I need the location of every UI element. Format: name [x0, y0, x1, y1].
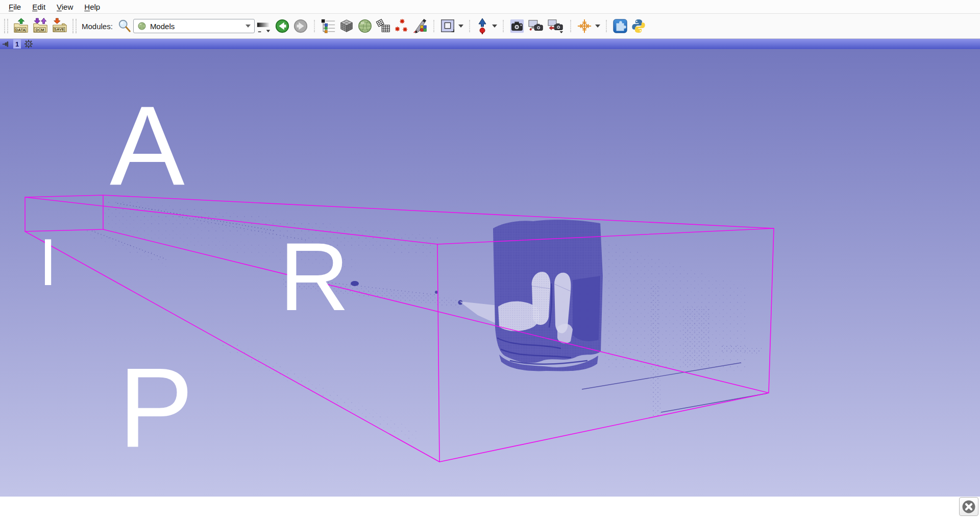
layout-dropdown-icon[interactable]: [458, 25, 463, 28]
python-icon: [631, 18, 646, 34]
subject-hierarchy-button[interactable]: [320, 18, 336, 34]
markups-icon: [394, 18, 409, 34]
save-button[interactable]: SAVE: [51, 17, 68, 35]
module-history-icon: [256, 18, 272, 34]
segment-editor-button[interactable]: [412, 18, 428, 34]
mouse-mode-dropdown-icon[interactable]: [492, 25, 497, 28]
svg-text:DCM: DCM: [35, 28, 44, 32]
menu-edit[interactable]: Edit: [27, 1, 51, 13]
back-arrow-icon: [275, 18, 290, 34]
module-selector-value: Models: [150, 22, 175, 31]
menu-help[interactable]: Help: [79, 1, 106, 13]
module-search-button[interactable]: [117, 18, 132, 34]
load-data-icon: DATA: [13, 18, 29, 34]
layout-button[interactable]: [439, 18, 456, 34]
screenshot-camera-icon: [509, 18, 525, 34]
subject-hierarchy-icon: [321, 18, 336, 34]
python-console-button[interactable]: [630, 18, 647, 34]
module-selector[interactable]: Models: [133, 19, 255, 33]
view-controller-bar: 1: [0, 39, 980, 49]
transforms-button[interactable]: [375, 18, 391, 34]
module-history-button[interactable]: [256, 18, 272, 34]
orientation-label-anterior: A: [110, 89, 185, 202]
toolbar-grip[interactable]: [4, 19, 8, 33]
menu-bar: File Edit View Help: [0, 0, 980, 14]
gear-icon: [24, 40, 33, 48]
mouse-mode-icon: [476, 18, 489, 34]
scene-view-icon: [528, 18, 544, 34]
gray-cube-icon: [339, 18, 354, 34]
screenshot-button[interactable]: [509, 18, 525, 34]
toolbar-separator: [503, 20, 504, 32]
models-sphere-icon: [137, 21, 146, 31]
chevron-down-icon: [246, 25, 251, 28]
crosshair-button[interactable]: [576, 18, 593, 34]
orientation-label-right: R: [279, 228, 349, 325]
view-settings-button[interactable]: [24, 40, 33, 48]
menu-file[interactable]: File: [3, 1, 27, 13]
forward-arrow-icon: [293, 18, 308, 34]
toolbar-separator: [433, 20, 434, 32]
forward-button[interactable]: [292, 18, 309, 34]
pin-button[interactable]: [2, 40, 10, 48]
toolbar-grip[interactable]: [72, 19, 77, 33]
toolbar-separator: [469, 20, 470, 32]
svg-text:SAVE: SAVE: [54, 27, 64, 32]
scene-view-restore-button[interactable]: [547, 18, 565, 34]
extensions-icon: [612, 18, 628, 34]
back-button[interactable]: [274, 18, 290, 34]
load-data-button[interactable]: DATA: [12, 17, 30, 35]
toolbar-separator: [314, 20, 315, 32]
volumes-button[interactable]: [338, 18, 355, 34]
search-icon: [117, 19, 132, 33]
transforms-icon: [376, 18, 391, 34]
threed-viewport[interactable]: A I R P: [0, 49, 980, 497]
mouse-interaction-button[interactable]: [475, 17, 489, 35]
layout-icon: [440, 18, 455, 34]
markups-button[interactable]: [394, 18, 410, 34]
close-icon: [962, 500, 976, 514]
svg-text:DATA: DATA: [15, 28, 26, 32]
bottom-bar: [0, 497, 980, 517]
load-dicom-button[interactable]: DCM: [32, 17, 49, 35]
save-icon: SAVE: [52, 18, 68, 34]
models-button[interactable]: [357, 18, 373, 34]
modules-label: Modules:: [82, 22, 113, 31]
crosshair-dropdown-icon[interactable]: [595, 25, 600, 28]
segment-editor-icon: [412, 18, 428, 34]
main-toolbar: DATA DCM SAVE Modules:: [0, 14, 980, 39]
orientation-label-inferior: I: [39, 229, 57, 295]
pin-icon: [2, 40, 10, 48]
toolbar-separator: [570, 20, 571, 32]
menu-view[interactable]: View: [51, 1, 79, 13]
extensions-manager-button[interactable]: [612, 18, 628, 34]
close-button[interactable]: [959, 497, 978, 516]
load-dicom-icon: DCM: [32, 18, 48, 34]
models-sphere-icon: [357, 18, 373, 34]
view-label: 1: [13, 39, 21, 49]
scene-view-button[interactable]: [527, 18, 545, 34]
orientation-label-posterior: P: [118, 351, 193, 464]
toolbar-separator: [606, 20, 607, 32]
crosshair-icon: [577, 18, 592, 34]
scene-view-restore-icon: [547, 18, 565, 34]
